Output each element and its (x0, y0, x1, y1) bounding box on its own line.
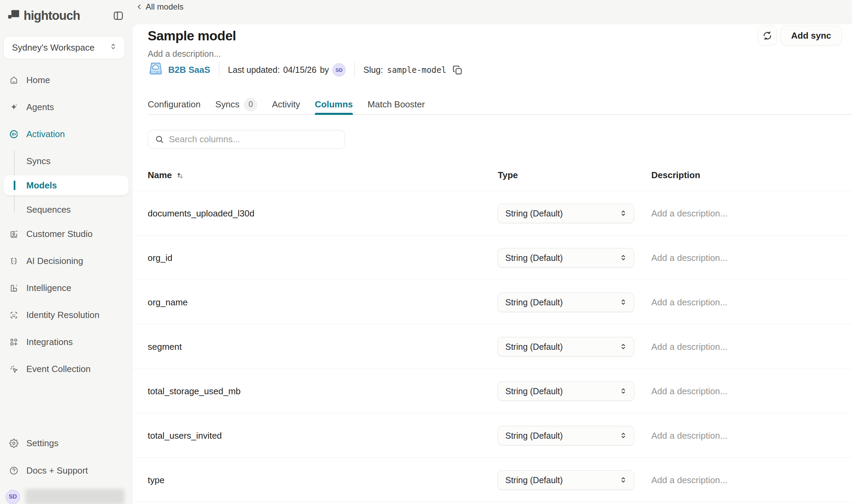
page-title: Sample model (148, 28, 236, 43)
chevron-updown-icon (619, 298, 628, 307)
customer-studio-icon (9, 229, 18, 239)
event-collection-icon (9, 364, 18, 374)
table-row: documents_uploaded_l30d String (Default)… (133, 191, 852, 236)
sidebar-item-home[interactable]: Home (3, 70, 129, 90)
column-name: total_users_invited (148, 430, 222, 441)
chevron-updown-icon (619, 209, 628, 218)
column-description-placeholder[interactable]: Add a description... (651, 430, 728, 441)
identity-resolution-icon (9, 310, 18, 320)
app-root: hightouch Sydney's Workspace Home (0, 0, 852, 504)
sidebar-item-label: Activation (26, 129, 65, 140)
chevron-updown-icon (619, 387, 628, 396)
column-type-value: String (Default) (505, 342, 563, 352)
search-icon (155, 135, 164, 144)
sidebar-item-label: Event Collection (26, 364, 91, 374)
column-description-placeholder[interactable]: Add a description... (651, 475, 728, 485)
column-type-value: String (Default) (505, 253, 563, 263)
avatar[interactable]: SD (5, 490, 20, 504)
sidebar-item-label: Intelligence (26, 283, 71, 293)
breadcrumb-label: All models (146, 2, 184, 12)
slug-label: Slug: (363, 65, 383, 75)
refresh-icon (762, 31, 772, 41)
copy-icon (452, 65, 463, 75)
column-description-placeholder[interactable]: Add a description... (651, 341, 728, 352)
sidebar-item-sequences[interactable]: Sequences (3, 200, 129, 220)
tab-label: Activity (272, 99, 300, 110)
column-name: type (148, 475, 164, 485)
table-header: Name Type Description (133, 161, 852, 191)
sidebar-item-label: Models (26, 180, 57, 191)
ai-decisioning-icon (9, 256, 18, 266)
column-type-select[interactable]: String (Default) (497, 248, 634, 267)
activation-icon (9, 130, 18, 139)
column-type-select[interactable]: String (Default) (497, 203, 634, 223)
chevron-updown-icon (109, 42, 118, 53)
integrations-icon (9, 337, 18, 347)
sidebar-item-docs-support[interactable]: Docs + Support (3, 461, 129, 480)
sidebar-item-label: Identity Resolution (26, 310, 99, 320)
table-row: total_users_invited String (Default) Add… (133, 413, 852, 458)
column-name: org_name (148, 297, 188, 307)
user-menu[interactable]: SD (5, 489, 124, 504)
gear-icon (9, 439, 18, 448)
last-updated-label: Last updated: (228, 65, 280, 75)
copy-slug-button[interactable] (452, 64, 463, 76)
sidebar-item-syncs[interactable]: Syncs (3, 151, 129, 171)
sidebar-item-models[interactable]: Models (3, 175, 129, 195)
sidebar-item-intelligence[interactable]: Intelligence (3, 278, 129, 298)
tab-match-booster[interactable]: Match Booster (368, 95, 425, 114)
column-description-placeholder[interactable]: Add a description... (651, 386, 728, 396)
column-type-select[interactable]: String (Default) (497, 426, 634, 445)
add-sync-button[interactable]: Add sync (781, 26, 842, 45)
sidebar-item-event-collection[interactable]: Event Collection (3, 359, 129, 379)
sidebar-item-identity-resolution[interactable]: Identity Resolution (3, 305, 129, 325)
last-updated-date: 04/15/26 (283, 65, 316, 75)
sidebar-item-label: Docs + Support (26, 465, 88, 476)
sidebar-item-activation[interactable]: Activation (3, 124, 129, 144)
column-type-select[interactable]: String (Default) (497, 337, 634, 356)
description-placeholder[interactable]: Add a description... (148, 49, 221, 59)
sidebar-item-customer-studio[interactable]: Customer Studio (3, 224, 129, 244)
sidebar-item-label: Settings (26, 438, 58, 449)
sidebar-nav: Home Agents Activation Syncs Models (0, 70, 133, 386)
source-link[interactable]: B2B SaaS (168, 65, 210, 75)
column-type-select[interactable]: String (Default) (497, 470, 634, 490)
tab-configuration[interactable]: Configuration (148, 95, 201, 114)
sidebar-item-label: Customer Studio (26, 229, 93, 239)
table-row: org_name String (Default) Add a descript… (133, 280, 852, 324)
home-icon (9, 76, 18, 85)
tab-label: Configuration (148, 99, 201, 110)
model-detail-card: Add sync Sample model Add a description.… (133, 24, 852, 504)
column-type-value: String (Default) (505, 386, 563, 396)
column-description-placeholder[interactable]: Add a description... (651, 208, 728, 218)
table-row: segment String (Default) Add a descripti… (133, 324, 852, 369)
syncs-count-badge: 0 (244, 98, 257, 111)
sidebar-item-agents[interactable]: Agents (3, 97, 129, 117)
divider (354, 62, 355, 78)
sidebar-item-ai-decisioning[interactable]: AI Decisioning (3, 251, 129, 271)
tab-syncs[interactable]: Syncs 0 (215, 95, 257, 114)
search-box[interactable] (148, 130, 345, 149)
search-input[interactable] (169, 134, 338, 145)
column-type-select[interactable]: String (Default) (497, 381, 634, 401)
column-type-select[interactable]: String (Default) (497, 292, 634, 312)
tab-activity[interactable]: Activity (272, 95, 300, 114)
sort-icon[interactable] (175, 171, 185, 180)
column-description-placeholder[interactable]: Add a description... (651, 252, 728, 263)
workspace-name: Sydney's Workspace (12, 42, 94, 53)
sparkle-icon (9, 103, 18, 112)
table-row: total_storage_used_mb String (Default) A… (133, 369, 852, 413)
sidebar-item-settings[interactable]: Settings (3, 433, 129, 453)
sidebar-item-integrations[interactable]: Integrations (3, 332, 129, 352)
chevron-left-icon (136, 3, 143, 10)
refresh-button[interactable] (757, 26, 777, 45)
divider (219, 62, 219, 78)
tab-columns[interactable]: Columns (315, 95, 353, 114)
breadcrumb[interactable]: All models (136, 1, 184, 13)
column-description-placeholder[interactable]: Add a description... (651, 297, 728, 307)
updated-by-avatar[interactable]: SD (332, 63, 346, 77)
by-label: by (320, 65, 329, 75)
chevron-updown-icon (619, 476, 628, 485)
workspace-selector[interactable]: Sydney's Workspace (3, 36, 125, 59)
sidebar-collapse-icon[interactable] (111, 9, 125, 23)
